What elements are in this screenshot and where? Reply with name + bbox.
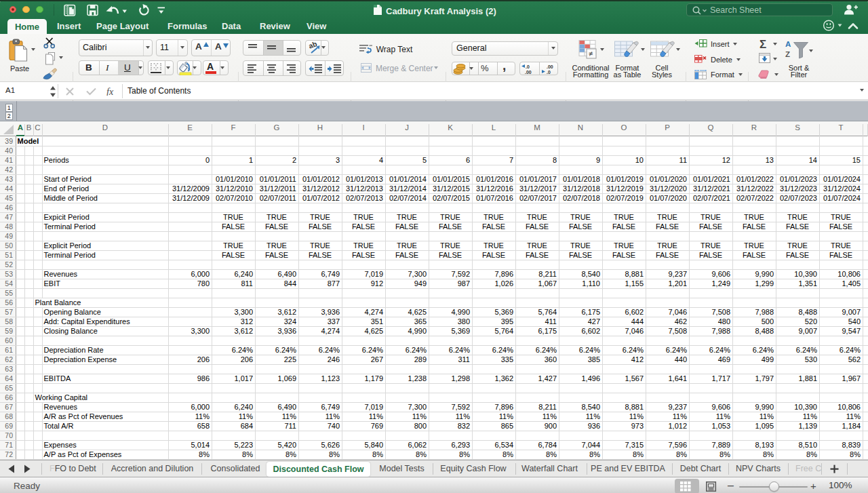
svg-text:.00: .00 [547,64,553,69]
svg-text:.0: .0 [526,64,530,69]
svg-text:.00: .00 [525,69,532,74]
svg-text:.0: .0 [547,69,551,74]
svg-text:fx: fx [106,87,114,96]
svg-text:≠: ≠ [589,50,593,58]
